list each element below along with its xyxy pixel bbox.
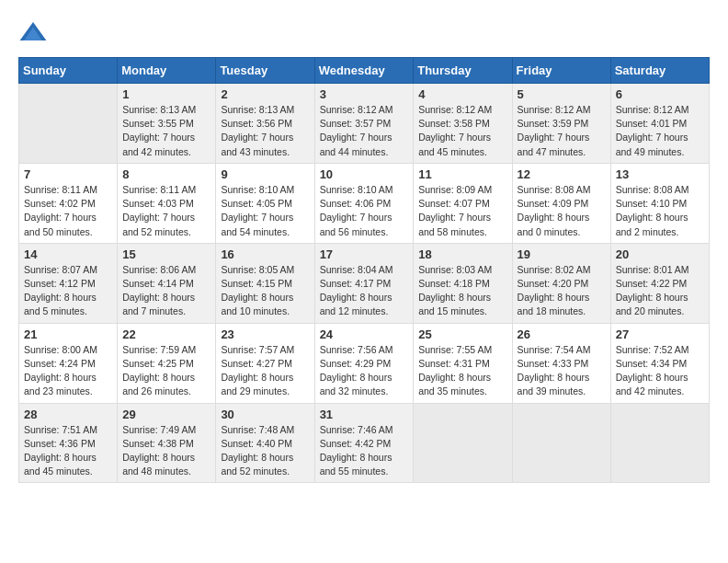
calendar-cell: 14Sunrise: 8:07 AMSunset: 4:12 PMDayligh… — [19, 243, 118, 323]
day-number: 6 — [616, 87, 704, 101]
day-number: 1 — [122, 87, 210, 101]
day-info: Sunrise: 7:59 AMSunset: 4:25 PMDaylight:… — [122, 343, 210, 399]
day-number: 3 — [320, 87, 409, 101]
day-info: Sunrise: 8:03 AMSunset: 4:18 PMDaylight:… — [418, 263, 506, 319]
calendar-cell: 18Sunrise: 8:03 AMSunset: 4:18 PMDayligh… — [414, 243, 512, 323]
calendar-cell — [512, 403, 610, 483]
day-number: 8 — [122, 167, 210, 181]
weekday-header-thursday: Thursday — [414, 58, 512, 84]
calendar-table: SundayMondayTuesdayWednesdayThursdayFrid… — [18, 57, 710, 483]
day-info: Sunrise: 8:00 AMSunset: 4:24 PMDaylight:… — [24, 343, 112, 399]
calendar-cell: 16Sunrise: 8:05 AMSunset: 4:15 PMDayligh… — [216, 243, 314, 323]
calendar-cell: 25Sunrise: 7:55 AMSunset: 4:31 PMDayligh… — [414, 323, 512, 403]
day-number: 20 — [616, 247, 704, 261]
day-info: Sunrise: 8:02 AMSunset: 4:20 PMDaylight:… — [518, 263, 606, 319]
calendar-cell: 9Sunrise: 8:10 AMSunset: 4:05 PMDaylight… — [216, 163, 314, 243]
day-number: 4 — [418, 87, 506, 101]
day-number: 17 — [320, 247, 409, 261]
weekday-header-wednesday: Wednesday — [314, 58, 414, 84]
calendar-cell: 8Sunrise: 8:11 AMSunset: 4:03 PMDaylight… — [118, 163, 216, 243]
calendar-cell — [19, 84, 118, 164]
calendar-cell: 13Sunrise: 8:08 AMSunset: 4:10 PMDayligh… — [610, 163, 709, 243]
weekday-header-monday: Monday — [118, 58, 216, 84]
day-info: Sunrise: 8:12 AMSunset: 3:59 PMDaylight:… — [518, 103, 606, 159]
calendar-cell: 23Sunrise: 7:57 AMSunset: 4:27 PMDayligh… — [216, 323, 314, 403]
day-number: 27 — [616, 327, 704, 341]
day-info: Sunrise: 8:13 AMSunset: 3:56 PMDaylight:… — [221, 103, 309, 159]
day-info: Sunrise: 8:08 AMSunset: 4:10 PMDaylight:… — [616, 183, 704, 239]
calendar-cell — [610, 403, 709, 483]
day-info: Sunrise: 7:51 AMSunset: 4:36 PMDaylight:… — [24, 423, 112, 479]
calendar-cell: 24Sunrise: 7:56 AMSunset: 4:29 PMDayligh… — [314, 323, 414, 403]
day-number: 2 — [221, 87, 309, 101]
day-info: Sunrise: 8:05 AMSunset: 4:15 PMDaylight:… — [221, 263, 309, 319]
day-number: 24 — [320, 327, 409, 341]
calendar-cell: 31Sunrise: 7:46 AMSunset: 4:42 PMDayligh… — [314, 403, 414, 483]
day-number: 11 — [418, 167, 506, 181]
weekday-header-row: SundayMondayTuesdayWednesdayThursdayFrid… — [19, 58, 710, 84]
day-number: 10 — [320, 167, 409, 181]
calendar-cell: 10Sunrise: 8:10 AMSunset: 4:06 PMDayligh… — [314, 163, 414, 243]
calendar-cell: 26Sunrise: 7:54 AMSunset: 4:33 PMDayligh… — [512, 323, 610, 403]
calendar-cell: 11Sunrise: 8:09 AMSunset: 4:07 PMDayligh… — [414, 163, 512, 243]
calendar-cell: 4Sunrise: 8:12 AMSunset: 3:58 PMDaylight… — [414, 84, 512, 164]
calendar-cell: 1Sunrise: 8:13 AMSunset: 3:55 PMDaylight… — [118, 84, 216, 164]
calendar-week-row: 1Sunrise: 8:13 AMSunset: 3:55 PMDaylight… — [19, 84, 710, 164]
calendar-cell: 6Sunrise: 8:12 AMSunset: 4:01 PMDaylight… — [610, 84, 709, 164]
day-info: Sunrise: 8:13 AMSunset: 3:55 PMDaylight:… — [122, 103, 210, 159]
calendar-week-row: 21Sunrise: 8:00 AMSunset: 4:24 PMDayligh… — [19, 323, 710, 403]
logo — [18, 18, 51, 48]
weekday-header-friday: Friday — [512, 58, 610, 84]
day-number: 29 — [122, 408, 210, 421]
day-number: 26 — [518, 327, 606, 341]
day-info: Sunrise: 7:48 AMSunset: 4:40 PMDaylight:… — [221, 423, 309, 479]
page-header — [18, 18, 710, 48]
calendar-cell: 3Sunrise: 8:12 AMSunset: 3:57 PMDaylight… — [314, 84, 414, 164]
calendar-cell: 5Sunrise: 8:12 AMSunset: 3:59 PMDaylight… — [512, 84, 610, 164]
day-info: Sunrise: 8:10 AMSunset: 4:06 PMDaylight:… — [320, 183, 409, 239]
day-number: 5 — [518, 87, 606, 101]
calendar-week-row: 7Sunrise: 8:11 AMSunset: 4:02 PMDaylight… — [19, 163, 710, 243]
day-number: 7 — [24, 167, 112, 181]
day-info: Sunrise: 7:57 AMSunset: 4:27 PMDaylight:… — [221, 343, 309, 399]
day-number: 13 — [616, 167, 704, 181]
weekday-header-saturday: Saturday — [610, 58, 709, 84]
calendar-cell: 19Sunrise: 8:02 AMSunset: 4:20 PMDayligh… — [512, 243, 610, 323]
calendar-cell: 2Sunrise: 8:13 AMSunset: 3:56 PMDaylight… — [216, 84, 314, 164]
day-number: 22 — [122, 327, 210, 341]
day-number: 15 — [122, 247, 210, 261]
day-info: Sunrise: 8:10 AMSunset: 4:05 PMDaylight:… — [221, 183, 309, 239]
calendar-week-row: 14Sunrise: 8:07 AMSunset: 4:12 PMDayligh… — [19, 243, 710, 323]
day-number: 23 — [221, 327, 309, 341]
day-info: Sunrise: 8:12 AMSunset: 3:57 PMDaylight:… — [320, 103, 409, 159]
weekday-header-sunday: Sunday — [19, 58, 118, 84]
day-info: Sunrise: 8:12 AMSunset: 4:01 PMDaylight:… — [616, 103, 704, 159]
day-number: 25 — [418, 327, 506, 341]
calendar-week-row: 28Sunrise: 7:51 AMSunset: 4:36 PMDayligh… — [19, 403, 710, 483]
day-number: 16 — [221, 247, 309, 261]
day-info: Sunrise: 8:01 AMSunset: 4:22 PMDaylight:… — [616, 263, 704, 319]
calendar-cell: 20Sunrise: 8:01 AMSunset: 4:22 PMDayligh… — [610, 243, 709, 323]
day-number: 21 — [24, 327, 112, 341]
day-info: Sunrise: 8:12 AMSunset: 3:58 PMDaylight:… — [418, 103, 506, 159]
day-info: Sunrise: 7:56 AMSunset: 4:29 PMDaylight:… — [320, 343, 409, 399]
weekday-header-tuesday: Tuesday — [216, 58, 314, 84]
calendar-cell: 15Sunrise: 8:06 AMSunset: 4:14 PMDayligh… — [118, 243, 216, 323]
calendar-cell — [414, 403, 512, 483]
day-info: Sunrise: 8:06 AMSunset: 4:14 PMDaylight:… — [122, 263, 210, 319]
day-number: 12 — [518, 167, 606, 181]
day-info: Sunrise: 8:11 AMSunset: 4:02 PMDaylight:… — [24, 183, 112, 239]
day-info: Sunrise: 7:49 AMSunset: 4:38 PMDaylight:… — [122, 423, 210, 479]
calendar-cell: 12Sunrise: 8:08 AMSunset: 4:09 PMDayligh… — [512, 163, 610, 243]
day-info: Sunrise: 7:52 AMSunset: 4:34 PMDaylight:… — [616, 343, 704, 399]
day-info: Sunrise: 7:55 AMSunset: 4:31 PMDaylight:… — [418, 343, 506, 399]
day-number: 28 — [24, 408, 112, 421]
day-number: 14 — [24, 247, 112, 261]
day-number: 30 — [221, 408, 309, 421]
calendar-cell: 21Sunrise: 8:00 AMSunset: 4:24 PMDayligh… — [19, 323, 118, 403]
day-info: Sunrise: 8:09 AMSunset: 4:07 PMDaylight:… — [418, 183, 506, 239]
calendar-cell: 27Sunrise: 7:52 AMSunset: 4:34 PMDayligh… — [610, 323, 709, 403]
day-info: Sunrise: 8:08 AMSunset: 4:09 PMDaylight:… — [518, 183, 606, 239]
calendar-cell: 7Sunrise: 8:11 AMSunset: 4:02 PMDaylight… — [19, 163, 118, 243]
day-number: 18 — [418, 247, 506, 261]
